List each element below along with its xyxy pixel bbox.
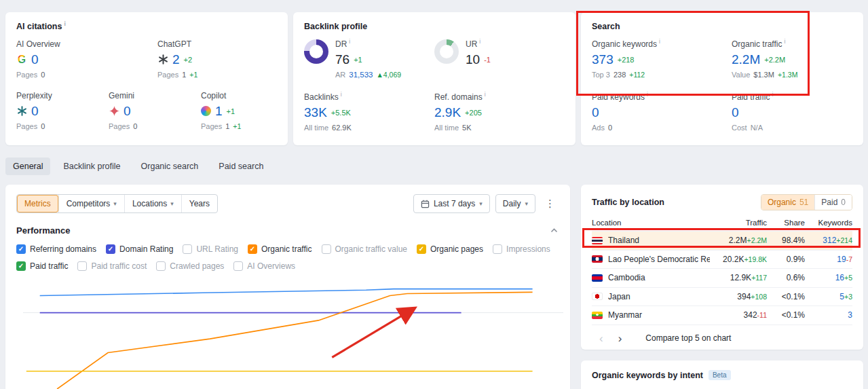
keywords-link[interactable]: 3 [848,310,852,320]
kebab-menu-icon[interactable]: ⋮ [541,196,559,211]
cost-value: N/A [751,124,763,132]
metrics-button[interactable]: Metrics [17,195,58,212]
tab-general[interactable]: General [5,158,50,175]
stat-value-link[interactable]: 0 [31,105,39,117]
stat-value-link[interactable]: 0 [124,105,131,117]
metric-checkbox-impressions[interactable]: Impressions [493,244,550,254]
info-icon[interactable]: i [659,38,660,45]
pages-value-link[interactable]: 1 [182,71,186,79]
keywords-link[interactable]: 16 [835,273,844,282]
backlinks-value-link[interactable]: 33K [304,106,327,119]
ur-donut-chart [434,39,459,64]
metric-checkbox-referring-domains[interactable]: Referring domains [16,244,96,254]
keywords-link[interactable]: 5 [839,292,844,301]
paid-traffic-value-link[interactable]: 0 [732,106,739,119]
metric-checkbox-paid-traffic[interactable]: Paid traffic [16,261,68,271]
prev-page-icon[interactable]: ‹ [592,333,611,344]
metric-checkbox-organic-traffic-value[interactable]: Organic traffic value [322,244,408,254]
japan-flag-icon [592,293,603,300]
location-row-thailand[interactable]: Thailand 2.2M+2.2M 98.4% 312+214 [592,231,852,250]
traffic-cell: 394+108 [710,292,767,301]
organic-traffic-label: Organic traffici [732,39,852,49]
top3-label: Top 3 [592,71,610,79]
metric-checkbox-paid-traffic-cost[interactable]: Paid traffic cost [77,261,147,271]
info-icon[interactable]: i [485,91,486,98]
info-icon[interactable]: i [772,91,773,98]
myanmar-flag-icon [592,312,603,319]
info-icon[interactable]: i [784,38,785,45]
metric-checkbox-ai-overviews[interactable]: AI Overviews [233,261,295,271]
pages-value-link[interactable]: 0 [41,122,45,130]
organic-keywords-delta: +218 [618,56,635,64]
info-icon[interactable]: i [647,91,648,98]
paid-toggle-button[interactable]: Paid0 [814,195,852,210]
tab-paid-search[interactable]: Paid search [211,158,271,175]
keywords-link[interactable]: 19 [837,255,846,264]
tab-organic-search[interactable]: Organic search [134,158,206,175]
info-icon[interactable]: i [479,38,480,45]
organic-keywords-label: Organic keywordsi [592,39,732,49]
ads-value: 0 [608,124,612,132]
info-icon[interactable]: i [341,91,342,98]
organic-paid-toggle: Organic51 Paid0 [761,194,852,210]
paid-keywords-value-link[interactable]: 0 [592,106,599,119]
competitors-dropdown[interactable]: Competitors▾ [58,195,124,212]
keywords-link[interactable]: 312 [823,236,836,245]
stat-value-link[interactable]: 2 [172,53,180,66]
metric-checkbox-organic-pages[interactable]: Organic pages [417,244,483,254]
organic-toggle-button[interactable]: Organic51 [761,195,814,210]
checkbox-icon [156,261,166,271]
paid-keywords-label: Paid keywordsi [592,92,732,102]
tab-backlink-profile[interactable]: Backlink profile [56,158,128,175]
granularity-dropdown[interactable]: Daily▾ [495,194,535,213]
ads-label: Ads [592,124,605,132]
metric-checkbox-organic-traffic[interactable]: Organic traffic [248,244,312,254]
chevron-down-icon: ▾ [170,200,174,207]
info-icon[interactable]: i [349,38,350,45]
date-range-dropdown[interactable]: Last 7 days▾ [413,194,490,213]
location-name: Japan [608,292,710,301]
ar-value-link[interactable]: 31,533 [349,71,373,79]
share-cell: 0.9% [767,255,805,264]
alltime-label: All time [434,124,459,132]
organic-keywords-value-link[interactable]: 373 [592,53,614,66]
ai-citations-card: AI citationsi AI Overview G0 Pages0 Chat… [5,12,288,145]
stat-value-link[interactable]: 0 [31,53,39,66]
pages-value-link[interactable]: 1 [225,122,229,130]
pages-label: Pages [157,71,178,79]
metric-checkbox-crawled-pages[interactable]: Crawled pages [156,261,224,271]
metric-checkbox-url-rating[interactable]: URL Rating [183,244,238,254]
locations-dropdown[interactable]: Locations▾ [124,195,181,212]
compare-top5-link[interactable]: Compare top 5 on chart [645,333,731,343]
next-page-icon[interactable]: › [611,333,630,344]
column-keywords: Keywords [805,219,852,227]
value-delta: +1.3M [778,71,797,79]
keywords-cell: 19-7 [805,255,852,264]
ref-domains-value-link[interactable]: 2.9K [434,106,461,119]
stat-label: Copilot [201,91,241,100]
location-row-myanmar[interactable]: Myanmar 342-11 <0.1% 3 [592,305,852,325]
checkbox-icon [77,261,87,271]
info-icon[interactable]: i [64,20,65,27]
location-row-cambodia[interactable]: Cambodia 12.9K+117 0.6% 16+5 [592,268,852,287]
pages-value-link[interactable]: 0 [41,71,45,79]
stat-delta: +1 [227,107,235,115]
dr-donut-chart [304,39,328,64]
organic-traffic-value-link[interactable]: 2.2M [732,53,760,66]
location-row-japan[interactable]: Japan 394+108 <0.1% 5+3 [592,287,852,306]
location-row-laos[interactable]: Lao People's Democratic Reput 20.2K+19.8… [592,250,852,269]
stat-value-link[interactable]: 1 [215,105,223,117]
collapse-section-icon[interactable] [549,227,559,234]
paid-keywords-block: Paid keywordsi 0 Ads0 [592,92,732,132]
ur-label: URi [466,39,491,49]
keywords-cell: 3 [805,310,852,320]
dr-delta: +1 [354,56,362,64]
pages-delta: +1 [189,71,197,79]
location-name: Thailand [608,236,710,245]
value-label: Value [732,71,750,79]
pages-value-link[interactable]: 0 [133,122,137,130]
metric-checkbox-domain-rating[interactable]: Domain Rating [106,244,173,254]
google-icon: G [16,54,27,65]
years-button[interactable]: Years [181,195,217,212]
performance-chart[interactable] [23,270,563,389]
